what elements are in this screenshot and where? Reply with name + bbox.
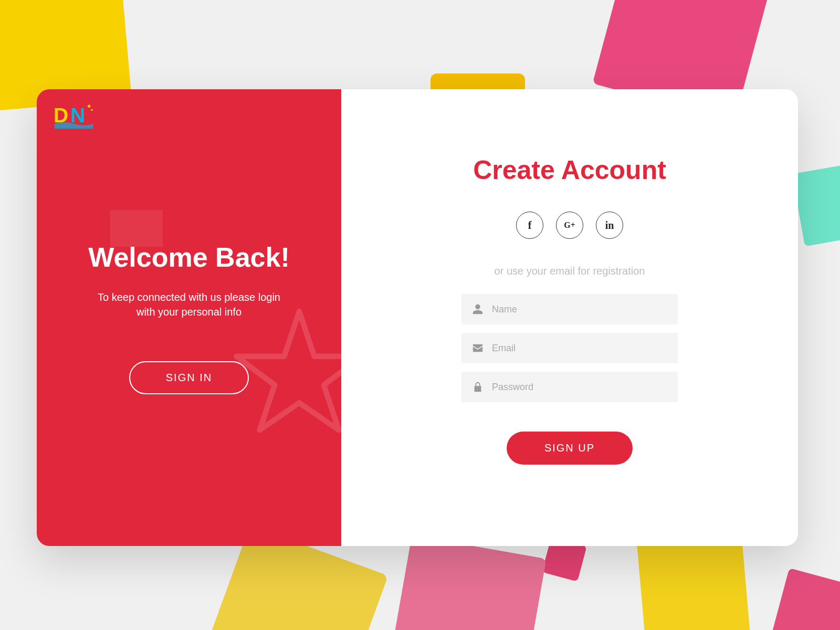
welcome-panel: D N Welcome Back! To keep connected with… [37, 89, 341, 546]
svg-point-2 [88, 105, 90, 108]
social-login-row: f G+ in [516, 212, 623, 239]
name-input-group [461, 294, 678, 324]
linkedin-icon: in [605, 219, 614, 232]
bg-decor [388, 535, 546, 630]
lock-icon [472, 381, 484, 393]
password-input-group [461, 372, 678, 402]
email-input-group [461, 333, 678, 363]
facebook-icon: f [528, 219, 532, 232]
user-icon [472, 303, 484, 315]
svg-point-3 [91, 109, 93, 111]
or-divider-text: or use your email for registration [495, 265, 645, 277]
auth-card: D N Welcome Back! To keep connected with… [37, 89, 798, 546]
create-account-title: Create Account [473, 155, 666, 185]
bg-decor [768, 568, 840, 630]
bg-decor [792, 163, 840, 247]
signup-button[interactable]: SIGN UP [507, 432, 633, 465]
facebook-login-button[interactable]: f [516, 212, 543, 239]
email-input[interactable] [492, 343, 667, 354]
svg-text:N: N [70, 104, 85, 127]
signup-panel: Create Account f G+ in or use your email… [341, 89, 798, 546]
logo: D N [54, 100, 96, 131]
password-input[interactable] [492, 382, 667, 393]
google-icon: G+ [564, 220, 575, 230]
envelope-icon [472, 342, 484, 354]
name-input[interactable] [492, 304, 667, 315]
linkedin-login-button[interactable]: in [596, 212, 623, 239]
panel-decor [110, 210, 163, 247]
google-login-button[interactable]: G+ [556, 212, 583, 239]
star-icon [231, 304, 341, 441]
